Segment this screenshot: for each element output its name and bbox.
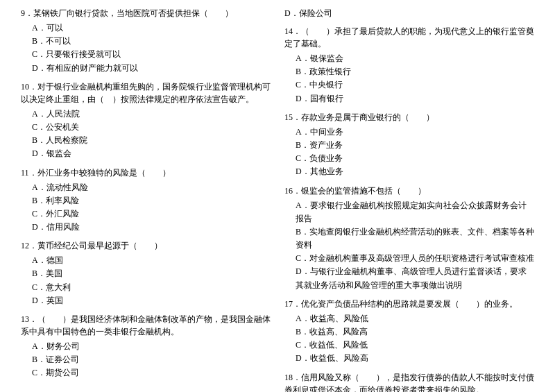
question-17-option-b: B．收益高、风险高	[296, 325, 534, 339]
question-18: 18．信用风险又称（ ），是指发行债券的借款人不能按时支付债券利息或偿还本金，而…	[284, 371, 534, 392]
question-10-text: 10．对于银行业金融机构重组先购的，国务院银行业监督管理机构可以决定终止重组，由…	[21, 80, 271, 105]
question-16-option-a: A．要求银行业金融机构按照规定如实向社会公众披露财务会计报告	[296, 199, 534, 225]
question-9-d: D．保险公司	[284, 7, 534, 19]
question-17-option-d: D．收益低、风险高	[296, 352, 534, 365]
question-9-option-c: C．只要银行接受就可以	[32, 48, 271, 61]
question-12-option-a: A．德国	[32, 254, 271, 267]
question-12-option-b: B．美国	[32, 267, 271, 280]
question-17-text: 17．优化资产负债品种结构的思路就是要发展（ ）的业务。	[284, 298, 534, 310]
question-16-option-b: B．实地查阅银行业金融机构经营活动的账表、文件、档案等各种资料	[296, 225, 534, 252]
question-13-option-a: A．财务公司	[32, 340, 271, 353]
question-10-option-b: B．人民检察院	[32, 134, 271, 147]
question-11: 11．外汇业务中较独特的风险是（ ） A．流动性风险 B．利率风险 C．外汇风险…	[21, 167, 271, 235]
question-12-option-c: C．意大利	[32, 281, 271, 294]
question-11-option-b: B．利率风险	[32, 194, 271, 207]
question-16-option-d: D．与银行业金融机构董事、高级管理人员进行监督谈话，要求其就业务活动和风险管理的…	[296, 265, 534, 291]
question-17-option-a: A．收益高、风险低	[296, 312, 534, 325]
question-18-text: 18．信用风险又称（ ），是指发行债券的借款人不能按时支付债券利息或偿还本金，而…	[284, 371, 534, 392]
question-16: 16．银监会的监管措施不包括（ ） A．要求银行业金融机构按照规定如实向社会公众…	[284, 185, 534, 292]
question-13: 13．（ ）是我国经济体制和金融体制改革的产物，是我国金融体系中具有中国特色的一…	[21, 313, 271, 380]
question-11-option-c: C．外汇风险	[32, 207, 271, 221]
question-14-option-d: D．国有银行	[296, 92, 534, 105]
question-12: 12．黄币经纪公司最早起源于（ ） A．德国 B．美国 C．意大利 D．英国	[21, 239, 271, 307]
question-13-text: 13．（ ）是我国经济体制和金融体制改革的产物，是我国金融体系中具有中国特色的一…	[21, 313, 271, 338]
question-16-text: 16．银监会的监管措施不包括（ ）	[284, 185, 534, 197]
question-9-option-a: A．可以	[32, 22, 271, 35]
question-10: 10．对于银行业金融机构重组先购的，国务院银行业监督管理机构可以决定终止重组，由…	[21, 80, 271, 161]
content-area: 9．某钢铁厂向银行贷款，当地医院可否提供担保（ ） A．可以 B．不可以 C．只…	[21, 7, 534, 392]
question-11-option-d: D．信用风险	[32, 221, 271, 234]
question-14: 14．（ ）承担了最后贷款人的职能，为现代意义上的银行监管奠定了基础。 A．银保…	[284, 25, 534, 105]
question-15-option-b: B．资产业务	[296, 139, 534, 152]
question-10-option-a: A．人民法院	[32, 108, 271, 121]
question-15: 15．存款业务是属于商业银行的（ ） A．中间业务 B．资产业务 C．负债业务 …	[284, 111, 534, 179]
question-14-text: 14．（ ）承担了最后贷款人的职能，为现代意义上的银行监管奠定了基础。	[284, 25, 534, 50]
question-17: 17．优化资产负债品种结构的思路就是要发展（ ）的业务。 A．收益高、风险低 B…	[284, 298, 534, 366]
question-14-option-a: A．银保监会	[296, 52, 534, 65]
question-15-option-d: D．其他业务	[296, 165, 534, 178]
left-column: 9．某钢铁厂向银行贷款，当地医院可否提供担保（ ） A．可以 B．不可以 C．只…	[21, 7, 271, 392]
question-9-option-b: B．不可以	[32, 35, 271, 48]
question-13-option-b: B．证券公司	[32, 353, 271, 366]
question-12-text: 12．黄币经纪公司最早起源于（ ）	[21, 239, 271, 252]
question-14-option-c: C．中央银行	[296, 78, 534, 92]
question-14-option-b: B．政策性银行	[296, 65, 534, 78]
question-16-option-c: C．对金融机构董事及高级管理人员的任职资格进行考试审查核准	[296, 252, 534, 265]
question-12-option-d: D．英国	[32, 294, 271, 307]
question-13-option-c: C．期货公司	[32, 366, 271, 380]
right-column: D．保险公司 14．（ ）承担了最后贷款人的职能，为现代意义上的银行监管奠定了基…	[284, 7, 534, 392]
question-17-option-c: C．收益低、风险低	[296, 339, 534, 352]
question-9-option-d: D．有相应的财产能力就可以	[32, 62, 271, 75]
question-11-option-a: A．流动性风险	[32, 181, 271, 194]
question-10-option-d: D．银监会	[32, 147, 271, 160]
exam-page: 9．某钢铁厂向银行贷款，当地医院可否提供担保（ ） A．可以 B．不可以 C．只…	[21, 7, 534, 392]
question-9: 9．某钢铁厂向银行贷款，当地医院可否提供担保（ ） A．可以 B．不可以 C．只…	[21, 7, 271, 75]
question-15-option-a: A．中间业务	[296, 126, 534, 139]
question-9-d-text: D．保险公司	[284, 7, 534, 19]
question-9-text: 9．某钢铁厂向银行贷款，当地医院可否提供担保（ ）	[21, 7, 271, 19]
question-10-option-c: C．公安机关	[32, 121, 271, 134]
question-15-option-c: C．负债业务	[296, 152, 534, 165]
question-11-text: 11．外汇业务中较独特的风险是（ ）	[21, 167, 271, 179]
question-15-text: 15．存款业务是属于商业银行的（ ）	[284, 111, 534, 123]
